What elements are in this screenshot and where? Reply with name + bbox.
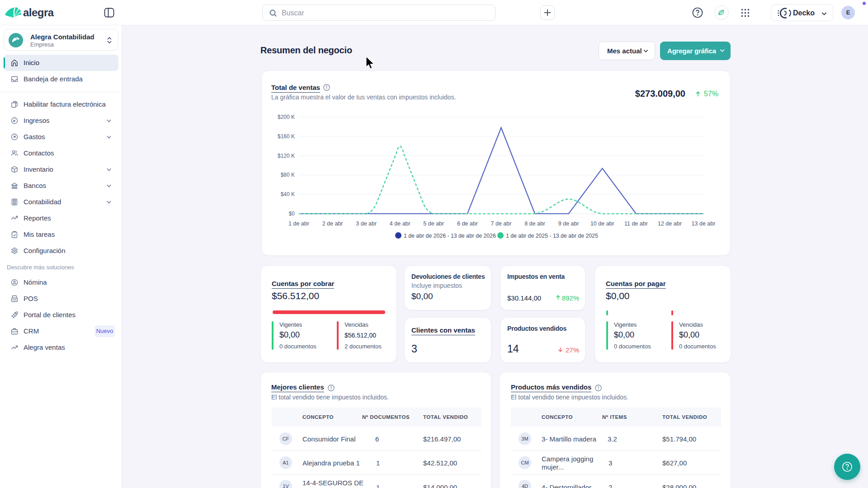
- svg-text:$160 K: $160 K: [278, 133, 295, 140]
- svg-text:11 de abr: 11 de abr: [624, 221, 648, 227]
- svg-text:9 de abr: 9 de abr: [558, 221, 579, 227]
- svg-text:10 de abr: 10 de abr: [590, 221, 614, 227]
- svg-text:7 de abr: 7 de abr: [491, 221, 512, 227]
- svg-text:$200 K: $200 K: [278, 114, 295, 120]
- svg-text:$80 K: $80 K: [281, 172, 295, 178]
- svg-text:12 de abr: 12 de abr: [658, 221, 682, 227]
- svg-text:5 de abr: 5 de abr: [423, 221, 444, 227]
- svg-text:13 de abr: 13 de abr: [692, 221, 716, 227]
- svg-text:1 de abr: 1 de abr: [288, 221, 309, 227]
- svg-text:1 de abr de 2026 - 13 de abr d: 1 de abr de 2026 - 13 de abr de 2026: [404, 233, 496, 239]
- svg-text:8 de abr: 8 de abr: [524, 221, 545, 227]
- svg-text:2 de abr: 2 de abr: [322, 221, 343, 227]
- svg-text:$40 K: $40 K: [281, 191, 295, 197]
- svg-text:4 de abr: 4 de abr: [390, 221, 410, 227]
- svg-text:$120 K: $120 K: [278, 153, 295, 159]
- svg-text:1 de abr de 2025 - 13 de abr d: 1 de abr de 2025 - 13 de abr de 2025: [506, 233, 598, 239]
- svg-text:3 de abr: 3 de abr: [356, 221, 377, 227]
- svg-text:$0: $0: [289, 211, 295, 217]
- svg-text:6 de abr: 6 de abr: [457, 221, 478, 227]
